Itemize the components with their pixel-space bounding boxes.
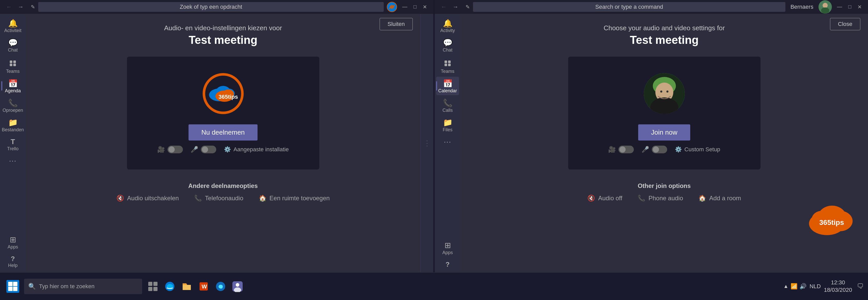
right-settings-icon: ⚙️: [675, 146, 682, 153]
right-phone-audio-option[interactable]: 📞 Phone audio: [638, 195, 683, 202]
notification-button[interactable]: 🗨: [855, 281, 865, 292]
audio-off-label: Audio uitschakelen: [127, 195, 179, 202]
right-sidebar-item-chat[interactable]: 💬 Chat: [436, 36, 459, 54]
right-preview-avatar: [644, 73, 685, 114]
right-sidebar-item-teams[interactable]: Teams: [436, 55, 459, 76]
right-sidebar-item-files[interactable]: 📁 Files: [436, 115, 459, 134]
right-activity-icon: 🔔: [443, 20, 453, 27]
right-add-room-option[interactable]: 🏠 Add a room: [699, 195, 741, 202]
right-more-icon: ···: [444, 138, 451, 145]
svg-rect-38: [153, 287, 157, 291]
taskbar-search-bar[interactable]: 🔍 Typ hier om te zoeken: [24, 279, 142, 294]
svg-point-14: [823, 3, 828, 8]
show-hidden-icon[interactable]: ▲: [783, 284, 788, 289]
left-custom-setup[interactable]: ⚙️ Aangepaste installatie: [224, 146, 288, 153]
svg-point-25: [666, 91, 669, 93]
system-tray: ▲ 📶 🔊: [783, 283, 806, 290]
minimize-button[interactable]: —: [400, 3, 409, 11]
edge-new-taskbar-icon[interactable]: [213, 279, 228, 294]
back-button[interactable]: ←: [4, 3, 14, 11]
start-button[interactable]: [3, 276, 23, 297]
sidebar-label-trello: Trello: [7, 146, 19, 151]
right-window-controls: — □ ✕: [835, 3, 864, 11]
close-button[interactable]: ✕: [421, 3, 429, 11]
right-sidebar-item-activity[interactable]: 🔔 Activity: [436, 16, 459, 35]
sidebar-item-chat[interactable]: 💬 Chat: [1, 36, 24, 54]
language-indicator[interactable]: NLD: [809, 283, 821, 290]
sidebar-item-calendar[interactable]: 📅 Agenda: [1, 77, 24, 95]
left-phone-audio-option[interactable]: 📞 Telefoonaudio: [194, 195, 243, 202]
maximize-button[interactable]: □: [411, 3, 418, 11]
left-mic-control: 🎤: [191, 146, 216, 153]
right-sidebar-item-help[interactable]: ?: [436, 258, 459, 270]
right-close-button[interactable]: ✕: [856, 3, 864, 11]
left-join-button[interactable]: Nu deelnemen: [189, 124, 257, 140]
left-audio-off-option[interactable]: 🔇 Audio uitschakelen: [117, 195, 179, 202]
phone-audio-icon: 📞: [194, 195, 202, 202]
right-sidebar-item-more[interactable]: ···: [436, 135, 459, 147]
right-other-options-title: Other join options: [587, 182, 741, 190]
left-scroll-bar[interactable]: ⋮: [421, 14, 433, 272]
right-sidebar: 🔔 Activity 💬 Chat: [435, 14, 460, 272]
network-icon[interactable]: 📶: [790, 283, 798, 290]
sidebar-item-trello[interactable]: T Trello: [1, 135, 24, 153]
edge-icon[interactable]: [162, 279, 178, 294]
right-apps-icon: ⊞: [444, 241, 451, 249]
right-avatar[interactable]: [818, 0, 832, 13]
right-sidebar-bottom: ⊞ Apps ?: [435, 238, 460, 272]
left-close-meeting-button[interactable]: Sluiten: [380, 18, 413, 30]
left-meeting-title: Test meeting: [189, 34, 257, 46]
left-search-text: Zoek of typ een opdracht: [180, 4, 242, 10]
right-sidebar-item-calendar[interactable]: 📅 Calendar: [436, 77, 459, 95]
edit-icon[interactable]: ✎: [31, 4, 35, 10]
language-text: NLD: [809, 283, 821, 290]
right-audio-off-label: Audio off: [598, 195, 622, 202]
teams-taskbar-icon[interactable]: [230, 279, 245, 294]
mic-toggle[interactable]: [201, 146, 216, 153]
phone-audio-label: Telefoonaudio: [205, 195, 243, 202]
sidebar-item-teams[interactable]: Teams: [1, 55, 24, 76]
forward-button[interactable]: →: [16, 3, 26, 11]
right-minimize-button[interactable]: —: [835, 3, 844, 11]
right-phone-audio-icon: 📞: [638, 195, 645, 202]
left-search-bar[interactable]: Zoek of typ een opdracht: [38, 2, 384, 12]
right-audio-off-option[interactable]: 🔇 Audio off: [587, 195, 622, 202]
svg-rect-40: [183, 285, 191, 290]
camera-toggle[interactable]: [167, 146, 183, 153]
right-calls-icon: 📞: [443, 99, 453, 107]
right-maximize-button[interactable]: □: [846, 3, 854, 11]
sidebar-item-files[interactable]: 📁 Bestanden: [1, 115, 24, 134]
sidebar-item-calls[interactable]: 📞 Oproepen: [1, 96, 24, 114]
svg-rect-16: [444, 61, 447, 63]
right-teams-window: ← → ✎ Search or type a command Bernaers …: [435, 0, 868, 272]
right-sidebar-item-apps[interactable]: ⊞ Apps: [436, 238, 459, 257]
system-clock[interactable]: 12:30 18/03/2020: [824, 279, 852, 294]
right-camera-toggle[interactable]: [618, 146, 634, 153]
right-close-meeting-button[interactable]: Close: [830, 18, 860, 30]
right-edit-icon[interactable]: ✎: [466, 4, 470, 10]
left-avatar[interactable]: [387, 2, 397, 12]
right-sidebar-label-apps: Apps: [442, 250, 453, 255]
svg-rect-34: [13, 287, 18, 291]
right-mic-toggle[interactable]: [652, 146, 667, 153]
taskview-button[interactable]: [145, 279, 161, 294]
sidebar-item-apps[interactable]: ⊞ Apps: [1, 233, 24, 251]
sidebar-item-activity[interactable]: 🔔 Activiteit: [1, 16, 24, 35]
sidebar-item-more[interactable]: ···: [1, 154, 24, 166]
sidebar-item-help[interactable]: ? Help: [1, 252, 24, 270]
volume-icon[interactable]: 🔊: [800, 283, 806, 290]
left-add-room-option[interactable]: 🏠 Een ruimte toevoegen: [259, 195, 330, 202]
right-sidebar-item-calls[interactable]: 📞 Calls: [436, 96, 459, 114]
right-back-button[interactable]: ←: [439, 3, 448, 11]
sidebar-label-files: Bestanden: [2, 127, 24, 132]
left-preview-box: 365tips Nu deelnemen 🎥 🎤: [127, 57, 319, 169]
notification-icon: 🗨: [857, 282, 864, 290]
right-join-button[interactable]: Join now: [638, 124, 690, 140]
right-search-bar[interactable]: Search or type a command: [473, 2, 785, 12]
right-custom-setup[interactable]: ⚙️ Custom Setup: [675, 146, 720, 153]
files-taskbar-icon[interactable]: [179, 279, 194, 294]
taskbar-app-icons: W: [145, 279, 245, 294]
svg-rect-19: [448, 64, 451, 66]
right-forward-button[interactable]: →: [451, 3, 460, 11]
office-taskbar-icon[interactable]: W: [196, 279, 211, 294]
